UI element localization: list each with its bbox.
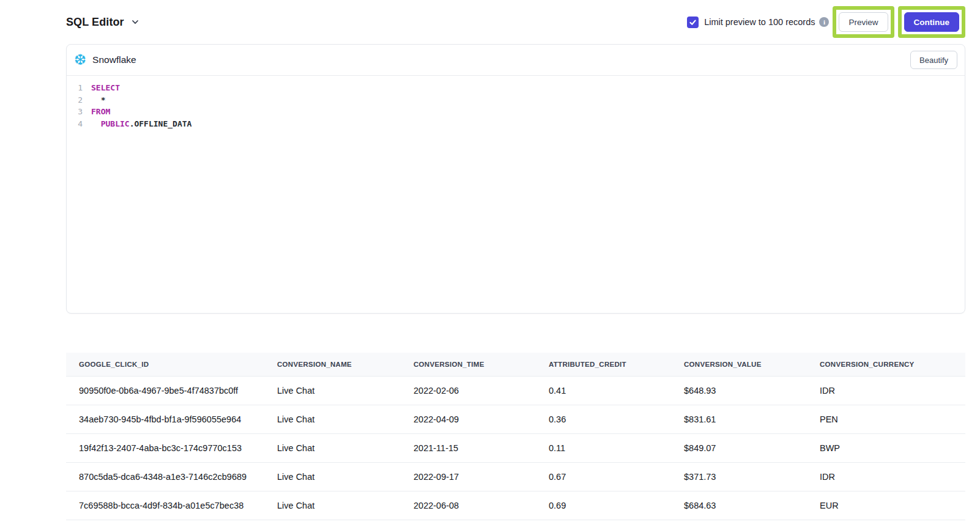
table-row: 19f42f13-2407-4aba-bc3c-174c9770c153Live… bbox=[66, 433, 965, 462]
line-number: 4 bbox=[67, 118, 83, 130]
preview-button-highlight: Preview bbox=[833, 6, 894, 38]
table-cell: 2022-09-17 bbox=[401, 462, 536, 491]
table-cell: Live Chat bbox=[264, 433, 401, 462]
table-cell: 7c69588b-bcca-4d9f-834b-a01e5c7bec38 bbox=[66, 491, 264, 520]
page-title: SQL Editor bbox=[66, 16, 124, 29]
table-cell: 0.36 bbox=[536, 405, 671, 433]
code-line: 4 PUBLIC.OFFLINE_DATA bbox=[67, 118, 965, 130]
table-cell: 0.67 bbox=[536, 462, 671, 491]
table-cell: Live Chat bbox=[264, 491, 401, 520]
sql-editor-panel: ❆ Snowflake Beautify 1SELECT2 *3FROM4 PU… bbox=[66, 44, 965, 314]
results-preview: GOOGLE_CLICK_IDCONVERSION_NAMECONVERSION… bbox=[66, 353, 965, 520]
checkmark-icon bbox=[689, 18, 697, 26]
snowflake-icon: ❆ bbox=[74, 53, 86, 67]
table-cell: 0.41 bbox=[536, 376, 671, 405]
limit-preview-checkbox[interactable] bbox=[687, 17, 699, 28]
preview-button[interactable]: Preview bbox=[839, 12, 888, 32]
code-text: * bbox=[91, 94, 105, 106]
table-cell: IDR bbox=[807, 376, 965, 405]
table-cell: 90950f0e-0b6a-4967-9be5-4f74837bc0ff bbox=[66, 376, 264, 405]
info-icon[interactable]: i bbox=[819, 17, 829, 27]
code-line: 2 * bbox=[67, 94, 965, 106]
code-text: FROM bbox=[91, 106, 110, 118]
table-row: 7c69588b-bcca-4d9f-834b-a01e5c7bec38Live… bbox=[66, 491, 965, 520]
code-text: PUBLIC.OFFLINE_DATA bbox=[91, 118, 191, 130]
continue-button-highlight: Continue bbox=[898, 6, 966, 38]
table-cell: IDR bbox=[807, 462, 965, 491]
page-title-dropdown[interactable]: SQL Editor bbox=[66, 16, 139, 29]
table-cell: $684.63 bbox=[671, 491, 807, 520]
table-cell: $371.73 bbox=[671, 462, 807, 491]
table-cell: 2022-02-06 bbox=[401, 376, 536, 405]
table-cell: Live Chat bbox=[264, 405, 401, 433]
table-cell: $849.07 bbox=[671, 433, 807, 462]
continue-button[interactable]: Continue bbox=[904, 12, 960, 32]
table-row: 34aeb730-945b-4fbd-bf1a-9f596055e964Live… bbox=[66, 405, 965, 433]
table-cell: 2022-04-09 bbox=[401, 405, 536, 433]
code-line: 1SELECT bbox=[67, 82, 965, 94]
line-number: 2 bbox=[67, 94, 83, 106]
line-number: 3 bbox=[67, 106, 83, 118]
column-header: CONVERSION_NAME bbox=[264, 353, 401, 376]
table-cell: PEN bbox=[807, 405, 965, 433]
table-cell: EUR bbox=[807, 491, 965, 520]
chevron-down-icon bbox=[131, 18, 139, 26]
table-row: 870c5da5-dca6-4348-a1e3-7146c2cb9689Live… bbox=[66, 462, 965, 491]
table-cell: Live Chat bbox=[264, 462, 401, 491]
table-header-row: GOOGLE_CLICK_IDCONVERSION_NAMECONVERSION… bbox=[66, 353, 965, 376]
table-cell: 2021-11-15 bbox=[401, 433, 536, 462]
column-header: CONVERSION_TIME bbox=[401, 353, 536, 376]
table-cell: $831.61 bbox=[671, 405, 807, 433]
table-row: 90950f0e-0b6a-4967-9be5-4f74837bc0ffLive… bbox=[66, 376, 965, 405]
table-cell: 870c5da5-dca6-4348-a1e3-7146c2cb9689 bbox=[66, 462, 264, 491]
sql-editor-page: SQL Editor Limit preview to 100 records … bbox=[66, 0, 965, 520]
column-header: ATTRIBUTED_CREDIT bbox=[536, 353, 671, 376]
table-cell: 19f42f13-2407-4aba-bc3c-174c9770c153 bbox=[66, 433, 264, 462]
table-cell: Live Chat bbox=[264, 376, 401, 405]
sql-code-editor[interactable]: 1SELECT2 *3FROM4 PUBLIC.OFFLINE_DATA bbox=[67, 76, 965, 130]
column-header: GOOGLE_CLICK_ID bbox=[66, 353, 264, 376]
table-cell: 0.69 bbox=[536, 491, 671, 520]
column-header: CONVERSION_CURRENCY bbox=[807, 353, 965, 376]
code-text: SELECT bbox=[91, 82, 120, 94]
topbar-controls: Limit preview to 100 records i Preview C… bbox=[687, 6, 965, 38]
table-cell: 0.11 bbox=[536, 433, 671, 462]
source-name: Snowflake bbox=[92, 54, 136, 65]
table-cell: $648.93 bbox=[671, 376, 807, 405]
editor-header: ❆ Snowflake Beautify bbox=[67, 45, 965, 76]
results-table: GOOGLE_CLICK_IDCONVERSION_NAMECONVERSION… bbox=[66, 353, 965, 520]
column-header: CONVERSION_VALUE bbox=[671, 353, 807, 376]
table-cell: BWP bbox=[807, 433, 965, 462]
code-line: 3FROM bbox=[67, 106, 965, 118]
beautify-button[interactable]: Beautify bbox=[910, 51, 957, 69]
line-number: 1 bbox=[67, 82, 83, 94]
table-cell: 34aeb730-945b-4fbd-bf1a-9f596055e964 bbox=[66, 405, 264, 433]
topbar: SQL Editor Limit preview to 100 records … bbox=[66, 0, 965, 44]
table-cell: 2022-06-08 bbox=[401, 491, 536, 520]
limit-preview-label: Limit preview to 100 records bbox=[704, 17, 815, 27]
